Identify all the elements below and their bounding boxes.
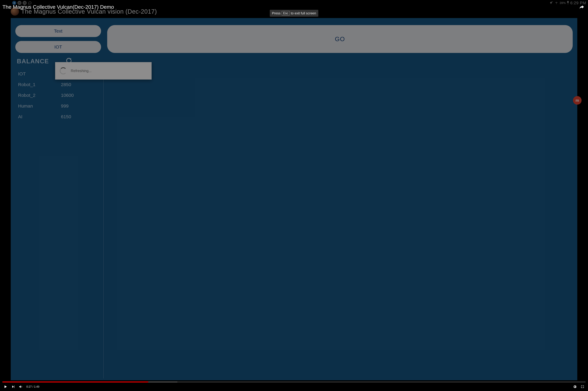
video-stage: ● m m 39% 6:29 PM The Magnus Collective …	[0, 0, 588, 391]
text-button[interactable]: Text	[15, 25, 101, 37]
text-button-label: Text	[54, 28, 62, 34]
balance-value: 6150	[61, 114, 71, 119]
battery-percent: 39%	[560, 1, 566, 5]
app-body: Text IOT GO BALANCE IOT Robot_1 2850 Rob…	[11, 18, 577, 380]
share-button[interactable]	[579, 4, 584, 10]
dialog-message: Refreshing...	[71, 69, 92, 73]
hint-suffix: to exit full screen	[291, 11, 316, 15]
floating-app-badge[interactable]: m	[573, 96, 582, 105]
balance-name: AI	[18, 114, 61, 119]
table-row: Robot_1 2850	[18, 79, 570, 90]
fullscreen-hint: Press Esc to exit full screen	[270, 10, 318, 17]
floating-badge-label: m	[576, 98, 579, 103]
esc-key: Esc	[282, 11, 290, 15]
balance-value: 999	[61, 103, 69, 109]
settings-button[interactable]	[573, 385, 577, 389]
go-button[interactable]: GO	[107, 25, 573, 53]
time-current: 0:27	[26, 385, 32, 388]
balance-name: Robot_1	[18, 82, 61, 87]
time-display: 0:27 / 1:49	[26, 385, 39, 389]
iot-button-label: IOT	[54, 44, 62, 50]
table-row: Human 999	[18, 101, 570, 111]
hint-prefix: Press	[272, 11, 281, 15]
table-row: AI 6150	[18, 111, 570, 122]
go-button-label: GO	[335, 36, 345, 43]
next-button[interactable]	[11, 385, 15, 389]
balance-value: 2850	[61, 82, 71, 87]
video-title: The Magnus Collective Vulcan(Dec-2017) D…	[2, 4, 114, 10]
table-row: Robot_2 10600	[18, 90, 570, 101]
wifi-icon	[555, 1, 558, 5]
player-controls: 0:27 / 1:49	[0, 383, 588, 391]
balance-name: Human	[18, 103, 61, 109]
balance-name: Robot_2	[18, 93, 61, 98]
volume-button[interactable]	[19, 385, 23, 389]
mute-icon	[550, 1, 553, 5]
time-separator: /	[32, 385, 34, 388]
vertical-divider	[103, 66, 104, 379]
play-button[interactable]	[3, 385, 8, 389]
refreshing-dialog: Refreshing...	[55, 62, 151, 80]
exit-fullscreen-button[interactable]	[580, 385, 585, 389]
svg-rect-3	[567, 3, 569, 4]
svg-rect-2	[568, 1, 568, 1]
iot-button[interactable]: IOT	[15, 41, 101, 53]
balance-name: IOT	[18, 71, 61, 77]
spinner-icon	[60, 67, 67, 74]
battery-icon	[567, 1, 569, 5]
balance-value: 10600	[61, 93, 74, 98]
balance-heading: BALANCE	[17, 58, 49, 65]
time-total: 1:49	[34, 385, 39, 388]
